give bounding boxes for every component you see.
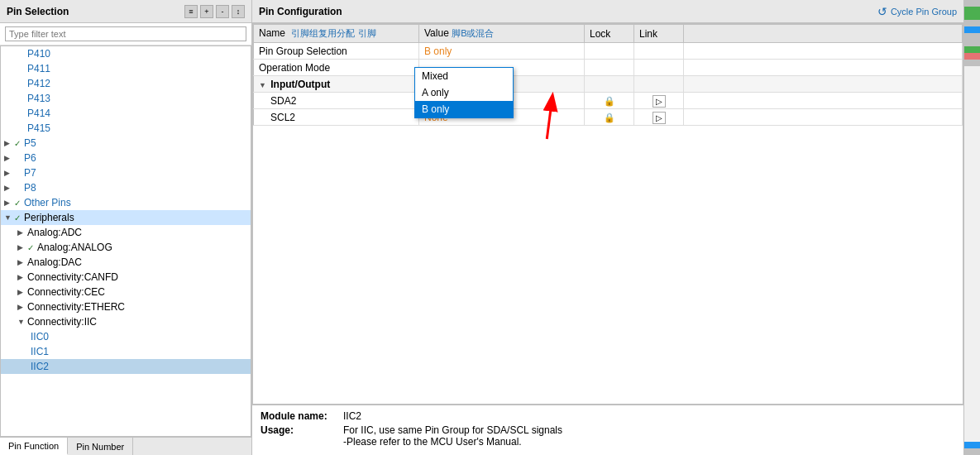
cycle-pin-group-button[interactable]: ↺ Cycle Pin Group	[877, 5, 957, 18]
cell-link-scl2[interactable]: ▷	[634, 109, 684, 126]
tree-item-analogdac[interactable]: ▶ Analog:DAC	[1, 255, 251, 270]
row-sda2: SDA2 None 🔒 ▷	[254, 93, 963, 109]
tree-item-otherpins[interactable]: ▶ ✓ Other Pins	[1, 195, 251, 210]
tree-item-p414[interactable]: P414	[1, 106, 251, 121]
panel-icon-minus[interactable]: -	[216, 5, 229, 18]
arrow-right-icon-scl2[interactable]: ▷	[653, 112, 666, 124]
row-operation-mode: Operation Mode	[254, 60, 963, 76]
info-row-module: Module name: IIC2	[261, 410, 955, 422]
strip-blue2	[964, 442, 980, 448]
info-module-value: IIC2	[343, 410, 361, 422]
tree-label-p6: P6	[24, 152, 36, 164]
tab-pin-number[interactable]: Pin Number	[68, 438, 133, 455]
cell-lock-input-output	[585, 76, 634, 93]
tree-item-canfd[interactable]: ▶ Connectivity:CANFD	[1, 270, 251, 285]
lock-icon-scl2[interactable]: 🔒	[604, 113, 615, 122]
arrow-right-icon-sda2[interactable]: ▷	[653, 95, 666, 108]
tree-item-p410[interactable]: P410	[1, 46, 251, 61]
pin-selection-title: Pin Selection	[7, 6, 69, 17]
panel-icon-list[interactable]: ≡	[184, 5, 198, 18]
tree-item-p411[interactable]: P411	[1, 61, 251, 76]
strip-red	[964, 53, 980, 60]
row-label-pin-group: Pin Group Selection	[259, 46, 347, 57]
tree-check: ✓	[27, 243, 37, 252]
cell-lock-scl2[interactable]: 🔒	[585, 109, 634, 126]
dropdown-overlay: Mixed A only B only	[414, 67, 514, 118]
row-label-operation-mode: Operation Mode	[259, 62, 330, 74]
info-usage-label: Usage:	[261, 424, 335, 448]
dropdown-item-bonly[interactable]: B only	[415, 101, 513, 117]
cell-name-sda2: SDA2	[254, 93, 419, 109]
cell-name-input-output: ▼ Input/Output	[254, 76, 419, 93]
tree-item-p8[interactable]: ▶ P8	[1, 180, 251, 195]
tree-item-p6[interactable]: ▶ P6	[1, 151, 251, 165]
tree-arrow: ▶	[4, 184, 14, 192]
tree-label-canfd: Connectivity:CANFD	[27, 271, 118, 283]
strip-gray3	[964, 33, 980, 40]
dropdown-item-aonly[interactable]: A only	[415, 84, 513, 101]
tree-label-iic1: IIC1	[31, 346, 49, 357]
tree-label-analoganalog: Analog:ANALOG	[37, 242, 112, 253]
tree-item-iic0[interactable]: IIC0	[1, 329, 251, 344]
tree-item-analogadc[interactable]: ▶ Analog:ADC	[1, 225, 251, 240]
cell-extra-pin-group	[684, 43, 963, 60]
right-strip	[963, 0, 980, 455]
tree-item-iic2[interactable]: IIC2	[1, 359, 251, 374]
col-header-name: Name 引脚组复用分配 引脚	[254, 25, 419, 43]
tree-label-peripherals: Peripherals	[24, 212, 74, 223]
tree-check: ✓	[14, 213, 24, 223]
tree-item-peripherals[interactable]: ▼ ✓ Peripherals	[1, 210, 251, 225]
strip-green	[964, 7, 980, 13]
tree-item-p415[interactable]: P415	[1, 121, 251, 136]
tree-label-p5: P5	[24, 137, 36, 149]
tree-arrow: ▶	[17, 288, 27, 296]
tree-label-etherc: Connectivity:ETHERC	[27, 301, 125, 313]
strip-green3	[964, 46, 980, 53]
tree-arrow: ▶	[17, 228, 27, 237]
dropdown-item-mixed[interactable]: Mixed	[415, 68, 513, 84]
tree-item-p5[interactable]: ▶ ✓ P5	[1, 136, 251, 151]
config-table: Name 引脚组复用分配 引脚 Value 脚B或混合 Lock Link	[253, 24, 963, 126]
tree-item-cec[interactable]: ▶ Connectivity:CEC	[1, 285, 251, 299]
row-label-input-output: Input/Output	[270, 79, 330, 90]
cell-value-pin-group[interactable]: B only	[419, 43, 585, 60]
col-header-chinese1: 引脚组复用分配	[291, 28, 355, 38]
cell-name-pin-group: Pin Group Selection	[254, 43, 419, 60]
tree-container: P410 P411 P412 P413 P414	[0, 46, 251, 437]
info-panel: Module name: IIC2 Usage: For IIC, use sa…	[252, 405, 963, 455]
cell-link-sda2[interactable]: ▷	[634, 93, 684, 109]
tree-label-analogdac: Analog:DAC	[27, 256, 82, 268]
panel-icon-add[interactable]: +	[200, 5, 213, 18]
strip-green2	[964, 13, 980, 20]
tree-item-p7[interactable]: ▶ P7	[1, 165, 251, 180]
filter-input[interactable]	[5, 26, 246, 41]
tree-arrow: ▶	[17, 243, 27, 251]
tree-item-analoganalog[interactable]: ▶ ✓ Analog:ANALOG	[1, 240, 251, 255]
tree-item-iic[interactable]: ▼ Connectivity:IIC	[1, 314, 251, 329]
tree-item-p413[interactable]: P413	[1, 91, 251, 106]
tree-arrow: ▶	[4, 169, 14, 177]
tree-arrow: ▶	[17, 273, 27, 281]
tree-item-iic1[interactable]: IIC1	[1, 344, 251, 359]
tab-pin-function[interactable]: Pin Function	[0, 438, 68, 455]
cell-link-input-output	[634, 76, 684, 93]
cell-lock-sda2[interactable]: 🔒	[585, 93, 634, 109]
config-area: Name 引脚组复用分配 引脚 Value 脚B或混合 Lock Link	[252, 23, 963, 405]
tree-item-p412[interactable]: P412	[1, 76, 251, 91]
tree-arrow: ▶	[17, 258, 27, 266]
cell-lock-operation-mode	[585, 60, 634, 76]
cell-link-pin-group	[634, 43, 684, 60]
tree-arrow: ▶	[17, 303, 27, 311]
row-input-output: ▼ Input/Output ◁ ▷	[254, 76, 963, 93]
strip-gray6	[964, 448, 980, 455]
tree-item-etherc[interactable]: ▶ Connectivity:ETHERC	[1, 299, 251, 314]
col-header-extra	[684, 25, 963, 43]
expand-arrow-input-output: ▼	[259, 81, 266, 89]
strip-gray	[964, 0, 980, 7]
lock-icon-sda2[interactable]: 🔒	[604, 96, 615, 106]
info-usage-line1: For IIC, use same Pin Group for SDA/SCL …	[343, 424, 562, 436]
cell-extra-scl2	[684, 109, 963, 126]
tree-label-p410: P410	[27, 48, 50, 60]
panel-icon-sort[interactable]: ↕	[232, 5, 245, 18]
cell-link-operation-mode	[634, 60, 684, 76]
